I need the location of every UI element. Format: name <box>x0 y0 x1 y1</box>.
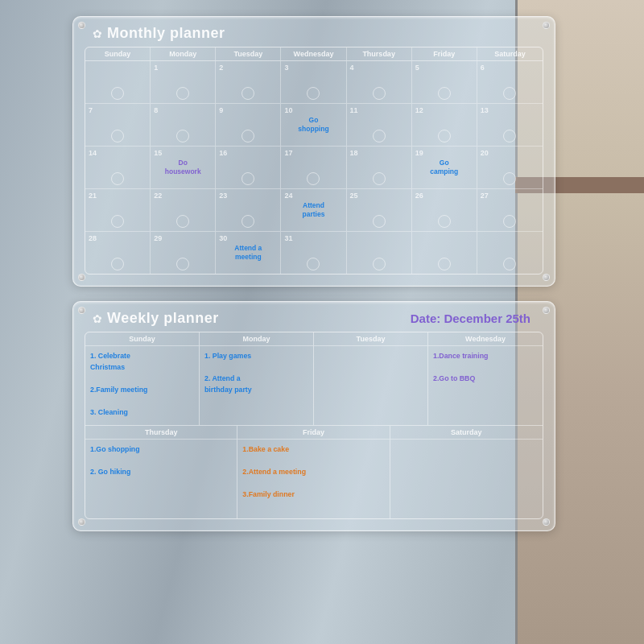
cell-29: 29 <box>151 232 216 274</box>
screw-bottom-right <box>543 274 550 281</box>
screw-weekly-tl <box>78 307 85 314</box>
weekly-rows: Sunday 1. CelebrateChristmas2.Family mee… <box>85 332 543 518</box>
day-header-wed: Wednesday <box>281 47 346 60</box>
cell-4: 4 <box>347 61 412 103</box>
cell-5: 5 <box>412 61 477 103</box>
cell-9: 9 <box>216 104 281 146</box>
weekly-header-monday: Monday <box>200 332 313 346</box>
cell-30: 30Attend ameeting <box>216 232 281 274</box>
cell-10: 10Goshopping <box>281 104 346 146</box>
cell-7: 7 <box>85 104 151 146</box>
weekly-cell-saturday: Saturday <box>390 426 543 518</box>
cell-19: 19Gocamping <box>412 147 477 188</box>
weekly-planner-board: ✿ Weekly planner Date: December 25th Sun… <box>72 301 555 531</box>
weekly-content-monday: 1. Play games2. Attend abirthday party <box>200 346 313 399</box>
cell-14: 14 <box>85 147 151 188</box>
cell-23: 23 <box>216 189 281 231</box>
weekly-grid-wrapper: Sunday 1. CelebrateChristmas2.Family mee… <box>85 332 543 519</box>
cell-empty-1 <box>347 232 412 274</box>
cell-31: 31 <box>281 232 346 274</box>
cell-empty <box>85 61 151 103</box>
weekly-content-friday: 1.Bake a cake2.Attend a meeting3.Family … <box>237 440 389 504</box>
weekly-header-saturday: Saturday <box>390 426 543 440</box>
cell-28: 28 <box>85 232 151 274</box>
screw-top-right <box>543 22 550 29</box>
cell-empty-3 <box>477 232 543 274</box>
weekly-cell-friday: Friday 1.Bake a cake2.Attend a meeting3.… <box>237 426 390 518</box>
weekly-cell-tuesday: Tuesday <box>314 332 428 425</box>
monthly-title-row: ✿ Monthly planner <box>85 25 543 42</box>
weekly-top-row: Sunday 1. CelebrateChristmas2.Family mee… <box>85 332 543 426</box>
day-header-tue: Tuesday <box>216 47 281 60</box>
weekly-cell-wednesday: Wednesday 1.Dance training2.Go to BBQ <box>428 332 543 425</box>
cell-24: 24Attendparties <box>281 189 346 231</box>
weekly-header-tuesday: Tuesday <box>314 332 427 346</box>
weekly-cell-thursday: Thursday 1.Go shopping2. Go hiking <box>85 426 237 518</box>
monthly-planner-board: ✿ Monthly planner Sunday Monday Tuesday … <box>72 16 555 287</box>
cell-15: 15Dohousework <box>151 147 216 188</box>
weekly-content-sunday: 1. CelebrateChristmas2.Family meeting3. … <box>85 346 199 422</box>
calendar-weeks: 1 2 3 4 5 6 7 8 9 10Goshopping 11 12 13 <box>85 61 543 274</box>
screw-weekly-bl <box>78 518 85 526</box>
calendar-week-3: 14 15Dohousework 16 17 18 19Gocamping 20 <box>85 147 543 189</box>
cell-26: 26 <box>412 189 477 231</box>
day-header-sun: Sunday <box>85 47 151 60</box>
day-header-mon: Monday <box>151 47 216 60</box>
flower-icon-weekly: ✿ <box>93 312 102 325</box>
day-headers-row: Sunday Monday Tuesday Wednesday Thursday… <box>85 47 543 61</box>
screw-bottom-left <box>78 274 85 281</box>
monthly-grid: Sunday Monday Tuesday Wednesday Thursday… <box>85 47 543 275</box>
calendar-week-4: 21 22 23 24Attendparties 25 26 27 <box>85 189 543 232</box>
planners-container: ✿ Monthly planner Sunday Monday Tuesday … <box>72 16 555 531</box>
cell-16: 16 <box>216 147 281 188</box>
weekly-content-saturday <box>390 440 543 448</box>
day-header-sat: Saturday <box>477 47 543 60</box>
cell-6: 6 <box>477 61 543 103</box>
weekly-cell-sunday: Sunday 1. CelebrateChristmas2.Family mee… <box>85 332 200 425</box>
cell-18: 18 <box>347 147 412 188</box>
calendar-week-2: 7 8 9 10Goshopping 11 12 13 <box>85 104 543 147</box>
cell-27: 27 <box>477 189 543 231</box>
cell-17: 17 <box>281 147 346 188</box>
weekly-cell-monday: Monday 1. Play games2. Attend abirthday … <box>200 332 314 425</box>
calendar-week-5: 28 29 30Attend ameeting 31 <box>85 232 543 274</box>
day-header-thu: Thursday <box>347 47 412 60</box>
screw-top-left <box>78 22 85 29</box>
cell-3: 3 <box>281 61 346 103</box>
cell-11: 11 <box>347 104 412 146</box>
calendar-week-1: 1 2 3 4 5 6 <box>85 61 543 104</box>
cell-empty-2 <box>412 232 477 274</box>
screw-weekly-tr <box>543 307 550 314</box>
screw-weekly-br <box>543 518 550 526</box>
weekly-date-label: Date: December 25th <box>411 312 543 325</box>
monthly-title-text: Monthly planner <box>107 25 225 42</box>
cell-25: 25 <box>347 189 412 231</box>
cell-21: 21 <box>85 189 151 231</box>
cell-8: 8 <box>151 104 216 146</box>
weekly-title-text: Weekly planner <box>107 310 219 327</box>
flower-icon-monthly: ✿ <box>93 27 102 40</box>
cell-2: 2 <box>216 61 281 103</box>
day-header-fri: Friday <box>412 47 477 60</box>
weekly-header-sunday: Sunday <box>85 332 199 346</box>
weekly-header-wednesday: Wednesday <box>428 332 543 346</box>
weekly-title-row: ✿ Weekly planner Date: December 25th <box>85 310 543 327</box>
cell-13: 13 <box>477 104 543 146</box>
weekly-content-tuesday <box>314 346 427 354</box>
weekly-header-thursday: Thursday <box>85 426 237 440</box>
cell-20: 20 <box>477 147 543 188</box>
weekly-bottom-row: Thursday 1.Go shopping2. Go hiking Frida… <box>85 426 543 518</box>
cell-1: 1 <box>151 61 216 103</box>
cell-22: 22 <box>151 189 216 231</box>
cell-12: 12 <box>412 104 477 146</box>
weekly-content-thursday: 1.Go shopping2. Go hiking <box>85 440 237 481</box>
weekly-header-friday: Friday <box>237 426 389 440</box>
weekly-content-wednesday: 1.Dance training2.Go to BBQ <box>428 346 543 388</box>
